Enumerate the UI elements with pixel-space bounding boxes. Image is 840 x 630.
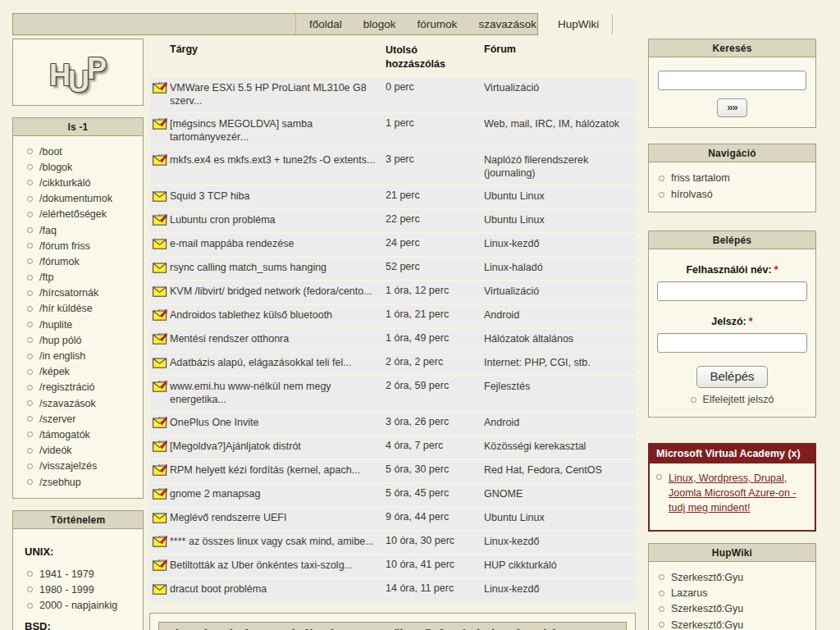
forum-link[interactable]: Ubuntu Linux — [484, 511, 636, 525]
sidebar-menu-item: /regisztráció — [13, 380, 143, 395]
forum-link[interactable]: Android — [484, 308, 636, 322]
history-period-link[interactable]: 1941 - 1979 — [39, 568, 94, 580]
sidebar-menu-link[interactable]: /támogatók — [39, 429, 90, 441]
login-submit-button[interactable]: Belépés — [696, 366, 767, 388]
mva-ad-link[interactable]: Linux, Wordpress, Drupal, Joomla Microso… — [669, 471, 808, 515]
forum-link[interactable]: Internet: PHP, CGI, stb. — [484, 356, 636, 370]
nav-link-szavazasok[interactable]: szavazások — [478, 18, 536, 30]
forum-link[interactable]: Web, mail, IRC, IM, hálózatok — [484, 117, 636, 131]
search-input[interactable] — [658, 71, 806, 90]
topic-status-cell — [149, 117, 170, 132]
sidebar-menu-link[interactable]: /zsebhup — [39, 477, 81, 488]
bullet-circle-icon — [27, 448, 33, 454]
username-field[interactable] — [657, 281, 807, 301]
topic-link[interactable]: www.emi.hu www-nélkül nem megy energetik… — [170, 380, 386, 407]
forgot-password-link[interactable]: Elfelejtett jelszó — [703, 394, 774, 405]
topic-link[interactable]: gnome 2 manapsag — [170, 487, 386, 501]
topic-link[interactable]: KVM /libvirt/ bridged network (fedora/ce… — [170, 285, 386, 299]
forum-link[interactable]: Közösségi kerekasztal — [484, 440, 636, 454]
sidebar-menu-link[interactable]: /cikkturkáló — [39, 177, 91, 189]
forum-link[interactable]: Fejlesztés — [484, 380, 636, 394]
search-box: Keresés »» — [648, 39, 816, 128]
nav-link-fooldal[interactable]: főoldal — [309, 18, 342, 30]
navigation-link[interactable]: friss tartalom — [671, 172, 730, 184]
search-submit-button[interactable]: »» — [717, 98, 746, 117]
hupwiki-link[interactable]: Szerkesztő:Gyu — [671, 619, 743, 630]
last-post-time: 52 perc — [386, 261, 484, 272]
sidebar-menu-link[interactable]: /elérhetőségek — [39, 208, 107, 220]
article-title-link[interactable]: Bluemix: platformszolgáltatás az IBM-től… — [167, 627, 557, 630]
sidebar-menu-link[interactable]: /in english — [39, 350, 85, 362]
nav-link-hupwiki[interactable]: HupWiki — [558, 18, 599, 30]
main-content: Tárgy Utolsó hozzászólás Fórum — [149, 39, 636, 630]
topic-link[interactable]: VMWare ESXi 5.5 HP ProLiant ML310e G8 sz… — [170, 81, 386, 108]
forum-topic-row: Betiltották az Uber önkéntes taxi-szolg.… — [149, 555, 636, 579]
sidebar-menu-link[interactable]: /szavazások — [39, 398, 96, 409]
forum-link[interactable]: Ubuntu Linux — [484, 189, 636, 203]
sidebar-menu-link[interactable]: /dokumentumok — [39, 193, 112, 204]
sidebar-menu-link[interactable]: /ftp — [39, 272, 53, 283]
sidebar-menu-link[interactable]: /boot — [39, 146, 62, 158]
sidebar-menu-link[interactable]: /visszajelzés — [39, 460, 97, 472]
topic-link[interactable]: dracut boot probléma — [170, 582, 386, 596]
sidebar-menu-link[interactable]: /hírcsatornák — [39, 287, 98, 299]
bullet-circle-icon — [27, 337, 33, 343]
topic-link[interactable]: Androidos tablethez külső bluetooth — [170, 308, 386, 322]
topic-link[interactable]: mkfs.ex4 es mkfs.ext3 + tune2fs -O exten… — [170, 153, 386, 167]
sidebar-menu-link[interactable]: /regisztráció — [39, 381, 94, 393]
forum-link[interactable]: Linux-kezdő — [484, 237, 636, 251]
forum-topic-row: Squid 3 TCP hiba 21 perc Ubuntu Linux — [149, 186, 636, 210]
hupwiki-link[interactable]: Szerkesztő:Gyu — [671, 603, 743, 614]
sidebar-menu-link[interactable]: /fórumok — [39, 256, 80, 267]
sidebar-menu-link[interactable]: /videók — [39, 445, 72, 456]
forum-link[interactable]: Linux-kezdő — [484, 535, 636, 549]
forum-link[interactable]: Red Hat, Fedora, CentOS — [484, 463, 636, 477]
topic-link[interactable]: [mégsincs MEGOLDVA] samba tartományvezér… — [170, 117, 386, 144]
topic-link[interactable]: [Megoldva?]Ajánljatok distrót — [170, 440, 386, 454]
hupwiki-item: Szerkesztő:Gyu — [651, 601, 815, 617]
forum-link[interactable]: Ubuntu Linux — [484, 213, 636, 227]
sidebar-menu-link[interactable]: /huplite — [39, 319, 72, 331]
forum-link[interactable]: HUP cikkturkáló — [484, 559, 636, 573]
sidebar-menu-link[interactable]: /hup póló — [39, 335, 81, 346]
topic-link[interactable]: RPM helyett kézi fordítás (kernel, apach… — [170, 463, 386, 477]
nav-link-forumok[interactable]: fórumok — [418, 18, 458, 30]
navigation-list: friss tartalom hírolvasó — [649, 162, 815, 212]
topic-link[interactable]: OnePlus One Invite — [170, 416, 386, 430]
forum-link[interactable]: Naplózó filerendszerek (journaling) — [484, 153, 636, 180]
topic-link[interactable]: Adatbázis alapú, elágazásokkal teli fel.… — [170, 356, 386, 370]
topic-link[interactable]: rsync calling match_sums hanging — [170, 261, 386, 275]
forum-link[interactable]: Hálózatok általános — [484, 332, 636, 346]
forum-link[interactable]: Linux-kezdő — [484, 582, 636, 596]
forum-link[interactable]: Linux-haladó — [484, 261, 636, 275]
history-period-link[interactable]: 1980 - 1999 — [39, 584, 94, 596]
hupwiki-link[interactable]: Szerkesztő:Gyu — [671, 572, 743, 583]
sidebar-menu-link[interactable]: /szerver — [39, 413, 75, 425]
password-field[interactable] — [657, 333, 807, 353]
topic-link[interactable]: Betiltották az Uber önkéntes taxi-szolg.… — [170, 559, 386, 573]
envelope-icon — [153, 464, 167, 476]
forum-link[interactable]: Virtualizáció — [484, 81, 636, 95]
topic-link[interactable]: Squid 3 TCP hiba — [170, 189, 386, 203]
top-nav-links: főoldal blogok fórumok szavazások HupWik… — [295, 14, 613, 34]
forum-link[interactable]: Android — [484, 416, 636, 430]
topic-link[interactable]: **** az összes linux vagy csak mind, ami… — [170, 535, 386, 549]
hupwiki-link[interactable]: Lazarus — [671, 587, 707, 599]
sidebar-menu-link[interactable]: /faq — [39, 225, 57, 236]
forum-link[interactable]: Virtualizáció — [484, 285, 636, 299]
login-form: Felhasználói név:* Jelszó:* Belépés Elfe… — [649, 249, 815, 417]
topic-link[interactable]: Lubuntu cron probléma — [170, 213, 386, 227]
nav-link-blogok[interactable]: blogok — [363, 18, 396, 30]
history-period-link[interactable]: 2000 - napjainkig — [39, 600, 117, 611]
forum-link[interactable]: GNOME — [484, 487, 636, 501]
navigation-link[interactable]: hírolvasó — [671, 189, 713, 200]
hup-logo-box[interactable]: H U P — [12, 39, 144, 106]
topic-link[interactable]: Meglévő rendszerre UEFI — [170, 511, 386, 525]
sidebar-menu-link[interactable]: /hír küldése — [39, 303, 93, 314]
sidebar-menu-link[interactable]: /képek — [39, 366, 70, 377]
sidebar-menu-link[interactable]: /blogok — [39, 162, 72, 173]
topic-link[interactable]: e-mail mappába rendezése — [170, 237, 386, 251]
bullet-circle-icon — [659, 574, 664, 580]
sidebar-menu-link[interactable]: /fórum friss — [39, 240, 90, 252]
topic-link[interactable]: Mentési rendszer otthonra — [170, 332, 386, 346]
